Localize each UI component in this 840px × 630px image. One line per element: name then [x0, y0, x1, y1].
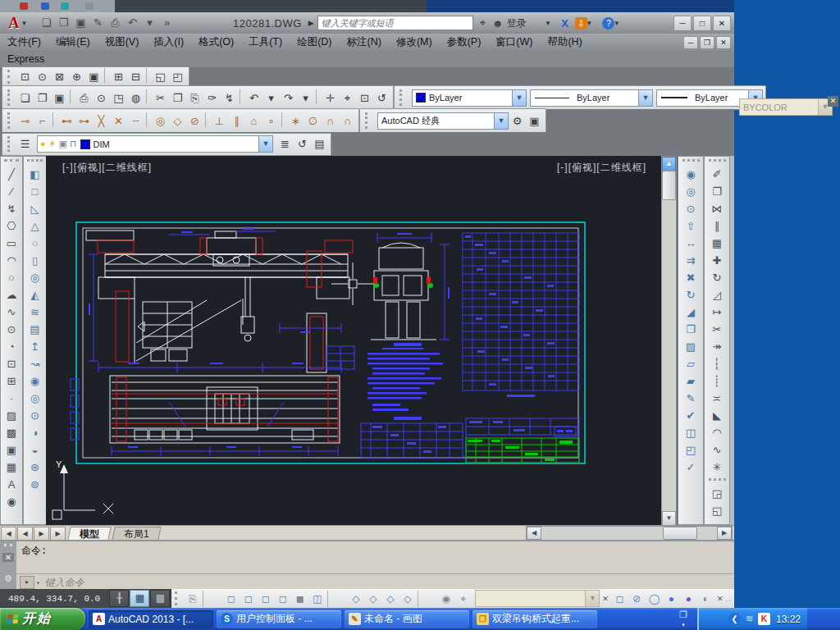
doc-restore-button[interactable]: ❐ — [700, 36, 714, 49]
separate-button[interactable]: ◫ — [682, 424, 700, 441]
toolbar-grip[interactable] — [7, 136, 13, 151]
polyline-button[interactable]: ↯ — [2, 200, 21, 217]
arc-button[interactable]: ◠ — [2, 252, 21, 269]
scroll-down-button[interactable]: ▼ — [662, 511, 676, 526]
cone-button[interactable]: △ — [26, 217, 44, 235]
tab-next-button[interactable]: ▶ — [34, 527, 49, 541]
close-icon[interactable]: ✕ — [717, 595, 724, 603]
revision-cloud-button[interactable]: ☁ — [2, 286, 21, 304]
construction-line-button[interactable]: ∕ — [2, 183, 21, 200]
circle-button[interactable]: ○ — [2, 269, 21, 286]
zoom-all-button[interactable]: ◱ — [152, 68, 169, 85]
presspull-button[interactable]: ↥ — [26, 338, 44, 355]
polygon-button[interactable]: ⎔ — [2, 217, 21, 235]
spline-button[interactable]: ∿ — [2, 304, 21, 321]
paste-button[interactable]: ⎘ — [186, 89, 203, 107]
section-plane-button[interactable]: ◒ — [26, 441, 44, 459]
view-right-button[interactable]: ◻ — [274, 591, 291, 607]
scroll-up-button[interactable]: ▲ — [662, 157, 676, 171]
doc-minimize-button[interactable]: ─ — [683, 36, 698, 49]
sep-button[interactable] — [104, 68, 108, 83]
view-nw-iso-button[interactable]: ◇ — [399, 591, 416, 607]
toolbar-grip[interactable] — [399, 89, 405, 106]
panel-grip[interactable] — [4, 544, 12, 549]
block-editor-button[interactable]: ↯ — [221, 89, 238, 107]
web-button[interactable]: ◍ — [127, 89, 144, 107]
menu-item[interactable]: 标注(N) — [340, 34, 389, 51]
scale-button[interactable]: ◿ — [708, 286, 726, 304]
chevron-down-icon[interactable]: ▼ — [494, 113, 508, 129]
zoom-extents-button[interactable]: ◰ — [169, 68, 186, 85]
zoom-scale-button[interactable]: ⊠ — [51, 68, 68, 85]
layer-previous-button[interactable]: ↺ — [294, 135, 311, 153]
point-button[interactable]: ∙ — [2, 390, 21, 407]
view-top-button[interactable]: ◻ — [222, 591, 240, 607]
explode-button[interactable]: ✳ — [708, 459, 726, 476]
wedge-button[interactable]: ◺ — [26, 200, 44, 217]
redo-button[interactable]: ↷ — [280, 89, 297, 107]
bring-to-front-button[interactable]: ◲ — [708, 485, 726, 502]
open-button[interactable]: ❐ — [34, 89, 51, 107]
layer-vp-freeze[interactable]: ▣ — [59, 139, 67, 149]
view-bottom-button[interactable]: ◻ — [240, 591, 257, 607]
intersect-button[interactable]: ⊙ — [26, 407, 44, 424]
menu-item[interactable]: 参数(P) — [440, 34, 489, 51]
wrench-icon[interactable]: ⚙ — [4, 573, 12, 584]
undo-button[interactable]: ↶ — [245, 89, 262, 107]
command-input[interactable]: 键入命令 — [45, 576, 84, 590]
more-button[interactable]: » — [158, 15, 176, 31]
zoom-center-button[interactable]: ⊕ — [68, 68, 85, 85]
task-autocad-button[interactable]: A AutoCAD 2013 - [... — [89, 610, 213, 628]
stretch-button[interactable]: ↦ — [708, 304, 726, 321]
copy-faces-button[interactable]: ❐ — [682, 321, 700, 338]
helix-button[interactable]: ≋ — [26, 304, 44, 321]
vs-conceptual-button[interactable]: ● — [680, 591, 697, 607]
snap-none-button[interactable]: ∅ — [304, 112, 322, 130]
snap-node-button[interactable]: ∘ — [262, 112, 280, 130]
zoom-previous-button[interactable]: ↺ — [373, 89, 390, 107]
cut-button[interactable]: ✂ — [152, 89, 169, 107]
chevron-down-icon[interactable]: ▼ — [258, 136, 272, 152]
rotate-faces-button[interactable]: ↻ — [682, 286, 700, 304]
tab-model-button[interactable]: 模型 — [67, 527, 112, 541]
view-se-iso-button[interactable]: ◇ — [364, 591, 381, 607]
save-button[interactable]: ▣ — [51, 89, 68, 107]
planar-surface-button[interactable]: ▤ — [26, 321, 44, 338]
snap-endpoint-button[interactable]: ⊷ — [58, 112, 75, 130]
zoom-previous-button[interactable]: ⌖ — [454, 591, 472, 607]
vertical-scroll-thumb[interactable] — [662, 171, 676, 200]
extrude-faces-button[interactable]: ⇧ — [682, 217, 700, 235]
menu-item[interactable]: 工具(T) — [241, 34, 290, 51]
snap-parallel-button[interactable]: ∥ — [228, 112, 245, 130]
color-control-combo[interactable]: ByLayer ▼ — [412, 89, 527, 107]
sep-button[interactable] — [316, 89, 320, 104]
copy-button[interactable]: ❐ — [708, 183, 726, 200]
menu-item[interactable]: 文件(F) — [0, 34, 48, 51]
cylinder-button[interactable]: ▯ — [26, 252, 44, 269]
toolbar-grip[interactable] — [365, 112, 371, 129]
zoom-window-button[interactable]: ⊡ — [356, 89, 373, 107]
doc-close-button[interactable]: ✕ — [716, 36, 731, 49]
snap-intersection-button[interactable]: ╳ — [93, 112, 110, 130]
zoom-out-button[interactable]: ⊟ — [127, 68, 144, 85]
horizontal-scrollbar[interactable]: ◀ ▶ — [526, 526, 733, 541]
copy-edges-button[interactable]: ▱ — [682, 355, 700, 372]
copy-clip-button[interactable]: ❐ — [169, 89, 186, 107]
snap-mode-button[interactable]: ╂ — [109, 590, 129, 607]
chamfer-button[interactable]: ◣ — [708, 407, 726, 424]
task-user-panel-button[interactable]: S 用户控制面板 - ... — [217, 610, 341, 628]
snap-extension-button[interactable]: ┄ — [127, 112, 144, 130]
sep-button[interactable] — [146, 112, 150, 127]
tray-network[interactable]: ≋ — [743, 613, 756, 625]
show-motion-button[interactable]: ⊚ — [26, 476, 44, 493]
move-faces-button[interactable]: ↔ — [682, 235, 700, 252]
slice-button[interactable]: ◑ — [26, 424, 44, 441]
insert-block-button[interactable]: ⊡ — [2, 355, 21, 372]
check-button[interactable]: ✓ — [682, 459, 700, 476]
new-button[interactable]: ❏ — [38, 15, 55, 31]
undo-dropdown-button[interactable]: ▾ — [262, 89, 280, 107]
subtract-button[interactable]: ◎ — [682, 183, 700, 200]
layer-unlock[interactable]: ⊓ — [70, 139, 77, 149]
show-desktop-button[interactable]: ❐ ▾ — [676, 610, 691, 628]
join-button[interactable]: ≍ — [708, 390, 726, 407]
